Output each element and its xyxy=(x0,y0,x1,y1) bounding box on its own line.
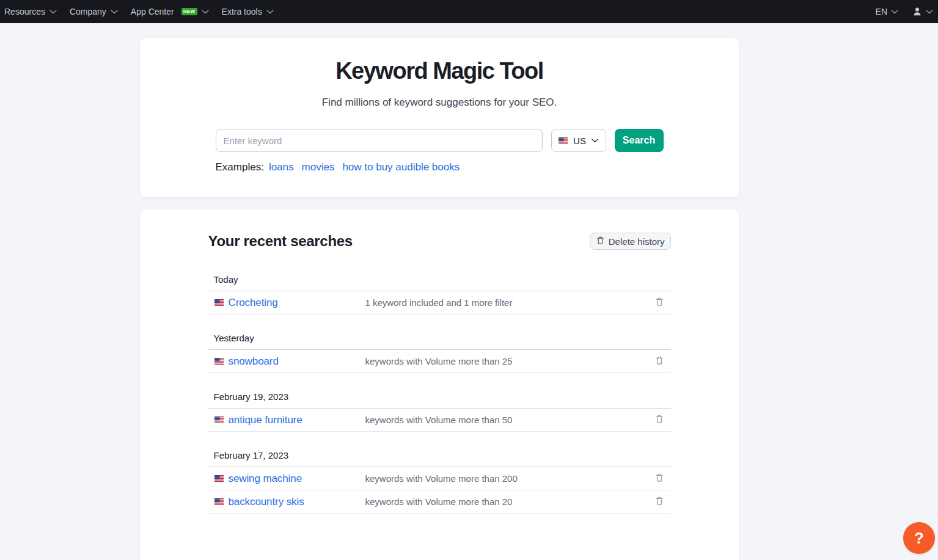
keyword-link[interactable]: sewing machine xyxy=(229,473,302,485)
group-date-label: Today xyxy=(208,274,671,286)
us-flag-icon xyxy=(214,498,224,505)
page-title: Keyword Magic Tool xyxy=(140,38,739,85)
delete-search-button[interactable] xyxy=(654,496,664,507)
search-row: US Search xyxy=(216,129,664,152)
search-filters-text: 1 keyword included and 1 more filter xyxy=(365,297,654,308)
keyword-cell: antique furniture xyxy=(214,414,365,426)
example-link-loans[interactable]: loans xyxy=(269,161,294,174)
recent-searches-header: Your recent searches Delete history xyxy=(208,209,671,250)
chevron-down-icon xyxy=(926,10,933,14)
trash-icon xyxy=(654,355,664,367)
search-filters-text: keywords with Volume more than 20 xyxy=(365,496,654,507)
nav-item-company[interactable]: Company xyxy=(70,7,118,16)
delete-search-button[interactable] xyxy=(654,297,664,308)
hero-card: Keyword Magic Tool Find millions of keyw… xyxy=(139,37,739,198)
keyword-cell: Crocheting xyxy=(214,297,365,309)
trash-icon xyxy=(654,473,664,484)
examples-label: Examples: xyxy=(216,161,264,174)
search-filters-text: keywords with Volume more than 25 xyxy=(365,356,654,366)
examples-row: Examples: loans movies how to buy audibl… xyxy=(216,161,664,174)
language-label: EN xyxy=(876,7,887,16)
region-label: US xyxy=(573,136,586,146)
recent-search-row: snowboard keywords with Volume more than… xyxy=(208,350,671,373)
keyword-link[interactable]: backcountry skis xyxy=(229,496,304,508)
main-content: Keyword Magic Tool Find millions of keyw… xyxy=(139,37,739,560)
recent-search-row: backcountry skis keywords with Volume mo… xyxy=(208,490,671,514)
us-flag-icon xyxy=(214,475,224,482)
keyword-link[interactable]: Crocheting xyxy=(229,297,278,309)
chevron-down-icon xyxy=(202,10,209,14)
nav-item-resources[interactable]: Resources xyxy=(4,7,57,16)
language-selector[interactable]: EN xyxy=(876,7,898,16)
keyword-cell: sewing machine xyxy=(214,473,365,485)
recent-searches-title: Your recent searches xyxy=(208,232,353,250)
page-subtitle: Find millions of keyword suggestions for… xyxy=(140,95,739,110)
search-filters-text: keywords with Volume more than 50 xyxy=(365,415,654,425)
delete-search-button[interactable] xyxy=(654,414,664,426)
search-button[interactable]: Search xyxy=(615,129,664,152)
new-badge: NEW xyxy=(181,8,197,15)
search-group-feb-17: February 17, 2023 sewing machine keyword… xyxy=(208,449,671,514)
recent-search-row: antique furniture keywords with Volume m… xyxy=(208,409,671,432)
chevron-down-icon xyxy=(111,10,118,14)
group-date-label: Yesterday xyxy=(208,332,671,344)
nav-item-extra-tools[interactable]: Extra tools xyxy=(222,7,274,16)
group-date-label: February 19, 2023 xyxy=(208,391,671,403)
chevron-down-icon xyxy=(266,10,274,14)
top-navbar: Resources Company App Center NEW Extra t… xyxy=(0,0,938,23)
chevron-down-icon xyxy=(891,10,898,14)
search-group-feb-19: February 19, 2023 antique furniture keyw… xyxy=(208,391,671,432)
delete-history-button[interactable]: Delete history xyxy=(590,233,671,250)
search-group-yesterday: Yesterday snowboard keywords with Volume… xyxy=(208,332,671,373)
trash-icon xyxy=(596,236,605,247)
nav-item-label: Extra tools xyxy=(222,7,262,16)
trash-icon xyxy=(654,496,664,507)
search-filters-text: keywords with Volume more than 200 xyxy=(365,473,654,484)
delete-search-button[interactable] xyxy=(654,355,664,367)
nav-item-label: App Center xyxy=(131,7,174,16)
keyword-cell: snowboard xyxy=(214,355,365,368)
search-group-today: Today Crocheting 1 keyword included and … xyxy=(208,274,671,315)
help-button[interactable]: ? xyxy=(903,522,935,554)
nav-item-label: Resources xyxy=(4,7,45,16)
us-flag-icon xyxy=(559,137,568,144)
us-flag-icon xyxy=(214,358,224,365)
keyword-link[interactable]: antique furniture xyxy=(229,414,302,426)
chevron-down-icon xyxy=(49,10,57,14)
delete-search-button[interactable] xyxy=(654,473,664,484)
recent-search-row: Crocheting 1 keyword included and 1 more… xyxy=(208,291,671,315)
region-selector[interactable]: US xyxy=(551,129,606,152)
delete-history-label: Delete history xyxy=(609,236,665,247)
user-icon xyxy=(912,7,922,16)
example-link-audible[interactable]: how to buy audible books xyxy=(342,161,460,174)
nav-item-label: Company xyxy=(70,7,106,16)
trash-icon xyxy=(654,414,664,426)
keyword-link[interactable]: snowboard xyxy=(229,355,279,368)
nav-item-app-center[interactable]: App Center NEW xyxy=(131,7,209,16)
example-link-movies[interactable]: movies xyxy=(302,161,335,174)
user-menu[interactable] xyxy=(912,7,933,16)
recent-searches-card: Your recent searches Delete history Toda… xyxy=(139,209,739,560)
us-flag-icon xyxy=(214,416,224,423)
keyword-input[interactable] xyxy=(216,129,543,152)
recent-search-row: sewing machine keywords with Volume more… xyxy=(208,467,671,490)
us-flag-icon xyxy=(214,299,224,306)
chevron-down-icon xyxy=(592,139,598,143)
group-date-label: February 17, 2023 xyxy=(208,449,671,462)
trash-icon xyxy=(654,297,664,308)
navbar-right: EN xyxy=(876,7,933,16)
keyword-cell: backcountry skis xyxy=(214,496,365,508)
